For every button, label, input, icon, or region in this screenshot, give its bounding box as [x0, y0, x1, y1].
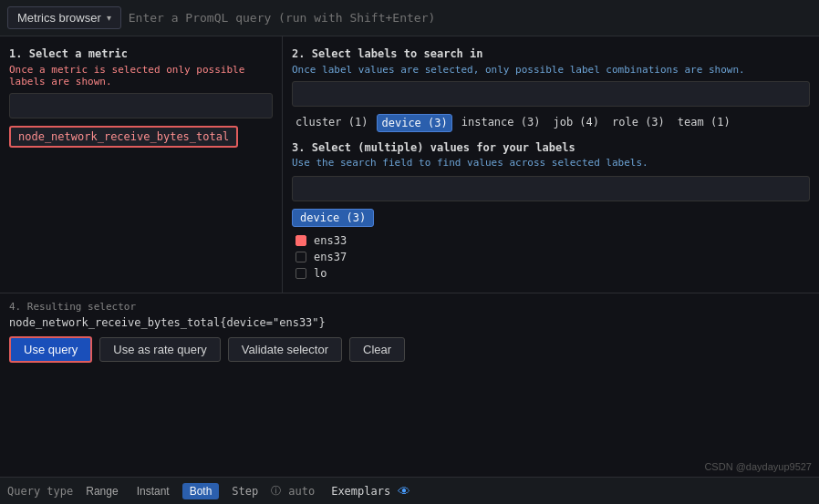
checkbox-ens33: [295, 235, 306, 246]
section3-subtitle: Use the search field to find values acro…: [292, 157, 810, 169]
right-panel: 2. Select labels to search in Once label…: [283, 36, 819, 293]
selector-value: node_network_receive_bytes_total{device=…: [9, 316, 810, 329]
use-query-button[interactable]: Use query: [9, 336, 92, 363]
section3: 3. Select (multiple) values for your lab…: [292, 141, 810, 282]
values-search-box[interactable]: [292, 176, 810, 201]
checkbox-ens37: [295, 252, 306, 262]
auto-label: auto: [288, 485, 315, 498]
value-label-ens33: ens33: [314, 234, 347, 247]
both-button[interactable]: Both: [182, 483, 220, 499]
chevron-down-icon: ▾: [107, 13, 111, 23]
label-tag-device[interactable]: device (3): [377, 114, 451, 132]
section1-subtitle: Once a metric is selected only possible …: [9, 64, 273, 87]
label-tag-job[interactable]: job (4): [549, 114, 603, 132]
label-tag-instance[interactable]: instance (3): [458, 114, 544, 132]
clear-button[interactable]: Clear: [349, 337, 405, 362]
value-item-ens33[interactable]: ens33: [292, 232, 810, 249]
selected-metric[interactable]: node_network_receive_bytes_total: [9, 126, 238, 148]
panels-container: 1. Select a metric Once a metric is sele…: [0, 36, 819, 293]
section2: 2. Select labels to search in Once label…: [292, 47, 810, 132]
query-input[interactable]: [129, 11, 812, 25]
value-label-ens37: ens37: [314, 251, 347, 263]
label-tag-role[interactable]: role (3): [608, 114, 669, 132]
value-label-lo: lo: [314, 267, 327, 280]
active-label-badge[interactable]: device (3): [292, 209, 374, 227]
checkbox-lo: [295, 268, 306, 279]
left-panel: 1. Select a metric Once a metric is sele…: [0, 36, 283, 293]
top-bar: Metrics browser ▾: [0, 0, 819, 36]
label-tag-cluster[interactable]: cluster (1): [292, 114, 371, 132]
metrics-browser-label: Metrics browser: [17, 11, 101, 25]
section3-title: 3. Select (multiple) values for your lab…: [292, 141, 810, 154]
value-item-lo[interactable]: lo: [292, 265, 810, 282]
action-buttons: Use query Use as rate query Validate sel…: [9, 336, 810, 363]
label-tags-container: cluster (1)device (3)instance (3)job (4)…: [292, 114, 810, 132]
use-as-rate-button[interactable]: Use as rate query: [99, 337, 221, 362]
section2-subtitle: Once label values are selected, only pos…: [292, 64, 810, 76]
metrics-browser-button[interactable]: Metrics browser ▾: [7, 6, 121, 29]
instant-button[interactable]: Instant: [131, 483, 175, 499]
section4-title: 4. Resulting selector: [9, 301, 810, 313]
validate-selector-button[interactable]: Validate selector: [228, 337, 342, 362]
section1-title: 1. Select a metric: [9, 47, 273, 60]
watermark: CSDN @daydayup9527: [704, 461, 812, 472]
section2-title: 2. Select labels to search in: [292, 47, 810, 60]
label-search-box[interactable]: [292, 81, 810, 107]
value-item-ens37[interactable]: ens37: [292, 249, 810, 265]
query-type-label: Query type: [7, 485, 73, 498]
step-label: Step: [226, 483, 264, 499]
eye-icon[interactable]: 👁: [398, 484, 410, 499]
status-bar: Query type Range Instant Both Step ⓘ aut…: [0, 477, 819, 504]
values-list: ens33ens37lo: [292, 232, 810, 282]
exemplars-label: Exemplars: [331, 485, 390, 498]
metric-search-box[interactable]: [9, 93, 273, 118]
info-icon: ⓘ: [271, 484, 281, 498]
bottom-selector: 4. Resulting selector node_network_recei…: [0, 293, 819, 374]
range-button[interactable]: Range: [80, 483, 123, 499]
label-tag-team[interactable]: team (1): [674, 114, 734, 132]
